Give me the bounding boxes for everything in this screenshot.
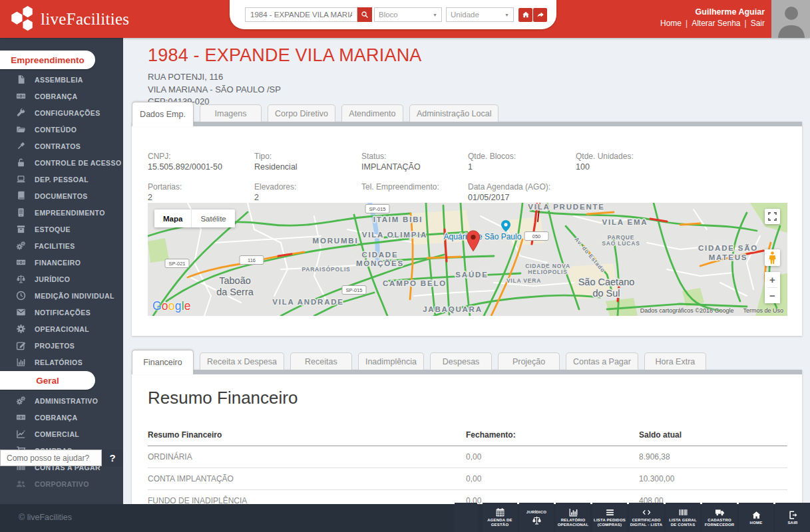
scales-icon: [16, 274, 26, 284]
tab-receita-x-despesa[interactable]: Receita x Despesa: [200, 352, 284, 370]
route-shield-sp-015: SP-015: [342, 286, 366, 295]
pegman-button[interactable]: [765, 249, 780, 266]
search-input[interactable]: [245, 7, 357, 22]
tab-projecao[interactable]: Projeção: [498, 352, 560, 370]
sidebar-item-label: CONFIGURAÇÕES: [35, 109, 101, 117]
toolbar-button-certificado-digital-lista[interactable]: CERTIFICADO DIGITAL - LISTA: [629, 503, 664, 532]
zoom-out-button[interactable]: −: [765, 288, 780, 303]
financial-card: Resumo Financeiro Resumo FinanceiroFecha…: [132, 370, 802, 505]
zoom-in-button[interactable]: +: [765, 272, 780, 287]
toolbar-button-agenda-de-gestao[interactable]: AGENDA DE GESTÃO: [483, 503, 517, 532]
route-shield-sp-015: SP-015: [365, 205, 389, 213]
sidebar-item-medicao-individual[interactable]: MEDIÇÃO INDIVIDUAL: [0, 287, 123, 304]
sidebar-item-label: CORPORATIVO: [35, 480, 89, 488]
sidebar-section-empreendimento[interactable]: Empreendimento: [0, 51, 95, 69]
sidebar-item-label: ADMINISTRATIVO: [35, 397, 98, 405]
sidebar-item-cobranca[interactable]: COBRANÇA: [0, 88, 123, 104]
sidebar-item-contratos[interactable]: CONTRATOS: [0, 138, 123, 154]
sidebar-item-operacional[interactable]: OPERACIONAL: [0, 321, 123, 337]
toolbar-button-label: SAIR: [787, 521, 797, 525]
tab-despesas[interactable]: Despesas: [430, 352, 492, 370]
user-link-alterar-senha[interactable]: Alterar Senha: [692, 19, 740, 28]
tab-contas-a-pagar[interactable]: Contas a Pagar: [566, 352, 638, 370]
toolbar-button-juridico[interactable]: JURÍDICO: [519, 503, 554, 532]
field-value: Residencial: [254, 162, 361, 172]
google-logo[interactable]: Google: [152, 299, 191, 313]
tab-inadimplencia[interactable]: Inadimplência: [358, 352, 424, 370]
terms-link[interactable]: Termos de Uso: [743, 307, 783, 314]
tab-hora-extra[interactable]: Hora Extra: [644, 352, 706, 370]
tab-imagens[interactable]: Imagens: [200, 104, 262, 122]
financial-table: Resumo FinanceiroFechamento:Saldo atual …: [148, 425, 787, 505]
brand-logo[interactable]: liveFacilities: [8, 5, 129, 33]
sidebar-item-administrativo[interactable]: ADMINISTRATIVO: [0, 392, 123, 409]
sidebar-item-assembleia[interactable]: ASSEMBLEIA: [0, 71, 123, 88]
toolbar-button-cadastro-fornecedor[interactable]: CADASTRO FORNECEDOR: [702, 503, 737, 532]
tab-corpo-diretivo[interactable]: Corpo Diretivo: [268, 104, 335, 122]
bloco-select[interactable]: Bloco▼: [374, 7, 442, 22]
tab-administracao-local[interactable]: Administração Local: [409, 104, 499, 122]
column-header-saldo-atual: Saldo atual: [639, 425, 787, 446]
map-label-da-serra: da Serra: [216, 287, 254, 297]
property-tabs: Dados Emp.ImagensCorpo DiretivoAtendimen…: [132, 102, 505, 126]
sidebar-item-notificacoes[interactable]: NOTIFICAÇÕES: [0, 304, 123, 321]
user-link-home[interactable]: Home: [660, 19, 682, 28]
sidebar-item-documentos[interactable]: DOCUMENTOS: [0, 188, 123, 204]
map-label-cidade: CIDADE: [362, 251, 399, 259]
google-logo-letter: o: [168, 299, 175, 313]
tab-atendimento[interactable]: Atendimento: [341, 104, 403, 122]
map-type-satellite-button[interactable]: Satélite: [192, 209, 234, 227]
table-cell: FUNDO DE INADIPLÊNCIA: [148, 490, 466, 505]
search-button[interactable]: [357, 7, 372, 22]
field-value: IMPLANTAÇÃO: [361, 162, 468, 172]
toolbar-button-lista-pedidos-compras[interactable]: LISTA PEDIDOS (COMPRAS): [592, 503, 627, 532]
sidebar-item-conteudo[interactable]: CONTEÚDO: [0, 121, 123, 138]
toolbar-button-label: JURÍDICO: [526, 510, 546, 515]
toolbar-button-sair[interactable]: SAIR: [775, 503, 810, 532]
toolbar-button-relatorio-operacional[interactable]: RELATÓRIO OPERACIONAL: [556, 503, 590, 532]
sidebar-item-financeiro[interactable]: FINANCEIRO: [0, 254, 123, 271]
map[interactable]: SP-021116SP-015SP-015050 ITAIM BIBIVILA …: [148, 203, 787, 316]
sidebar-item-juridico[interactable]: JURÍDICO: [0, 271, 123, 287]
field-status: Status:IMPLANTAÇÃO: [361, 152, 468, 172]
money-icon: [16, 91, 26, 101]
sidebar-item-relatorios[interactable]: RELATÓRIOS: [0, 354, 123, 370]
sidebar-item-estoque[interactable]: ESTOQUE: [0, 221, 123, 237]
fullscreen-button[interactable]: [765, 209, 780, 224]
sidebar-item-controle-de-acesso[interactable]: CONTROLE DE ACESSO: [0, 154, 123, 171]
separator: |: [745, 19, 747, 28]
help-input[interactable]: [0, 450, 102, 466]
map-label-do-sul: do Sul: [592, 288, 620, 299]
unidade-select[interactable]: Unidade▼: [446, 7, 514, 22]
toolbar-button-lista-geral-de-contas[interactable]: LISTA GERAL DE CONTAS: [666, 503, 700, 532]
toolbar-button-home[interactable]: HOME: [739, 503, 773, 532]
help-button[interactable]: ?: [102, 450, 123, 466]
sidebar-item-projetos[interactable]: PROJETOS: [0, 337, 123, 354]
sidebar-section-geral[interactable]: Geral: [0, 371, 95, 390]
field-label: Tel. Empreendimento:: [361, 182, 468, 192]
toolbar-button-label: LISTA GERAL DE CONTAS: [666, 518, 700, 527]
sidebar-item-cobranca[interactable]: COBRANÇA: [0, 409, 123, 426]
map-type-map-button[interactable]: Mapa: [154, 209, 191, 227]
tab-dados-emp[interactable]: Dados Emp.: [132, 102, 194, 126]
forward-button[interactable]: [533, 8, 547, 22]
route-shield-116: 116: [240, 256, 264, 265]
svg-text:050: 050: [532, 233, 541, 239]
user-link-sair[interactable]: Sair: [751, 19, 765, 28]
sidebar-item-dep-pessoal[interactable]: DEP. PESSOAL: [0, 171, 123, 188]
sidebar-item-configuracoes[interactable]: CONFIGURAÇÕES: [0, 104, 123, 121]
sidebar: EmpreendimentoASSEMBLEIACOBRANÇACONFIGUR…: [0, 38, 123, 504]
tab-financeiro[interactable]: Financeiro: [132, 350, 194, 374]
home-button[interactable]: [518, 8, 532, 22]
map-marker-icon[interactable]: [466, 230, 481, 252]
top-header: liveFacilities Bloco▼ Unidade▼ Guilherme…: [0, 0, 810, 38]
tab-receitas[interactable]: Receitas: [290, 352, 352, 370]
sidebar-item-corporativo[interactable]: CORPORATIVO: [0, 475, 123, 492]
sidebar-item-comercial[interactable]: COMERCIAL: [0, 426, 123, 442]
field-value: 01/05/2017: [468, 193, 576, 202]
attribution-text: Dados cartográficos ©2018 Google: [640, 307, 734, 314]
sidebar-item-empreendimento[interactable]: EMPREENDIMENTO: [0, 204, 123, 221]
sidebar-item-facilities[interactable]: FACILITIES: [0, 237, 123, 254]
map-canvas[interactable]: SP-021116SP-015SP-015050 ITAIM BIBIVILA …: [148, 203, 787, 316]
calendar-icon: [495, 507, 505, 517]
